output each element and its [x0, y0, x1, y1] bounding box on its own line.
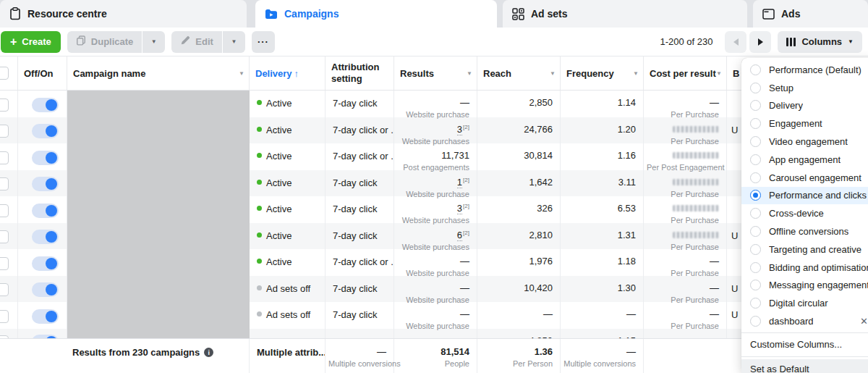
campaign-toggle[interactable] — [32, 151, 59, 165]
cost-value — [647, 150, 719, 161]
columns-preset-option[interactable]: Performance (Default) — [741, 61, 868, 79]
columns-preset-option[interactable]: Digital circular — [741, 294, 868, 312]
campaign-toggle[interactable] — [32, 204, 59, 218]
row-checkbox-cell — [0, 196, 18, 225]
attribution-column-header[interactable]: Attribution setting — [326, 56, 394, 90]
reach-value: 1,976 — [529, 256, 553, 267]
summary-attribution: Multiple attrib... — [250, 339, 326, 373]
next-page-button[interactable] — [749, 31, 771, 53]
row-checkbox-cell — [0, 276, 18, 304]
more-actions-button[interactable]: ··· — [252, 31, 275, 53]
results-value: — — [397, 282, 469, 293]
cost-value — [647, 230, 719, 240]
budget-value: U — [731, 283, 738, 294]
budget-value: U — [731, 125, 738, 135]
row-checkbox[interactable] — [0, 283, 9, 296]
tab-campaigns[interactable]: Campaigns — [255, 0, 497, 28]
delivery-status: Active — [266, 151, 292, 162]
reach-value: — — [543, 309, 553, 319]
previous-page-button[interactable] — [725, 31, 746, 53]
columns-preset-option[interactable]: Delivery — [741, 97, 868, 115]
summary-results: — Multiple conversions — [326, 339, 394, 373]
delivery-cell: Active — [250, 196, 326, 225]
delivery-status: Active — [266, 256, 292, 267]
attribution-setting-cell: 7-day click — [326, 223, 394, 251]
cost-per-result-column-header[interactable]: Cost per result ▼ — [644, 56, 727, 90]
tab-resource-centre[interactable]: Resource centre — [0, 0, 247, 28]
tab-ads[interactable]: Ads — [753, 0, 868, 28]
results-cell: 1[2] Website purchase — [394, 170, 477, 198]
edit-dropdown-button[interactable]: ▼ — [223, 31, 245, 53]
duplicate-button[interactable]: Duplicate — [67, 31, 142, 53]
frequency-cell: 1.15 — [561, 329, 644, 339]
columns-preset-option[interactable]: dashboard ✕ — [741, 312, 868, 330]
columns-preset-option[interactable]: Performance and clicks — [741, 187, 868, 205]
columns-preset-option[interactable]: Setup — [741, 79, 868, 97]
radio-icon — [750, 316, 761, 327]
radio-icon — [750, 298, 761, 309]
delivery-status: Ad sets off — [266, 309, 310, 320]
columns-preset-option[interactable]: Targeting and creative — [741, 240, 868, 259]
row-checkbox[interactable] — [0, 257, 9, 270]
row-checkbox[interactable] — [0, 204, 9, 217]
frequency-column-header[interactable]: Frequency ▼ — [561, 56, 644, 90]
cost-value: — — [647, 309, 719, 319]
columns-button[interactable]: Columns ▼ — [778, 31, 862, 53]
frequency-cell: 1.18 — [561, 249, 644, 277]
columns-preset-option[interactable]: Cross-device — [741, 204, 868, 222]
columns-preset-option[interactable]: Engagement — [741, 114, 868, 133]
info-icon[interactable]: i — [204, 348, 213, 357]
columns-label: Columns — [801, 36, 842, 47]
frequency-value: 1.31 — [618, 230, 636, 240]
preset-label: Performance (Default) — [769, 64, 861, 75]
columns-preset-option[interactable]: Carousel engagement — [741, 169, 868, 187]
select-all-checkbox[interactable] — [0, 67, 9, 80]
columns-preset-option[interactable]: Messaging engagement — [741, 277, 868, 295]
reach-column-header[interactable]: Reach ▼ — [477, 56, 561, 90]
campaign-toggle[interactable] — [32, 98, 59, 112]
row-checkbox[interactable] — [0, 230, 9, 243]
create-button[interactable]: + Create — [1, 31, 61, 53]
campaigns-toolbar: + Create Duplicate ▼ Edit ▼ — [0, 28, 868, 56]
reach-cell: — — [477, 302, 561, 330]
row-checkbox[interactable] — [0, 310, 9, 323]
edit-button[interactable]: Edit — [171, 31, 222, 53]
row-checkbox[interactable] — [0, 177, 9, 190]
row-checkbox[interactable] — [0, 99, 9, 112]
campaign-toggle[interactable] — [32, 309, 59, 324]
preset-label: Delivery — [769, 100, 803, 111]
frequency-value: 1.18 — [618, 256, 636, 267]
summary-reach: 81,514 People — [394, 339, 477, 373]
campaign-toggle[interactable] — [32, 177, 59, 191]
summary-cell: Results from 230 campaigns i — [0, 339, 250, 373]
tab-ad-sets[interactable]: Ad sets — [503, 0, 747, 28]
toolbar-right: 1-200 of 230 Columns ▼ — [660, 31, 868, 53]
preset-label: Bidding and optimisation — [769, 262, 868, 273]
preset-label: App engagement — [769, 154, 841, 165]
create-label: Create — [22, 36, 51, 47]
campaign-toggle[interactable] — [32, 282, 59, 297]
set-as-default-item[interactable]: Set as Default — [741, 359, 868, 373]
campaign-name-column-header[interactable]: Campaign name ▼ — [67, 56, 250, 90]
cost-per-result-cell: — Per Purchase — [644, 276, 727, 304]
results-column-header[interactable]: Results ▼ — [394, 56, 477, 90]
columns-preset-option[interactable]: App engagement — [741, 151, 868, 169]
customise-columns-item[interactable]: Customise Columns... — [741, 335, 868, 354]
radio-icon — [750, 208, 761, 219]
row-checkbox[interactable] — [0, 125, 9, 138]
columns-preset-option[interactable]: Bidding and optimisation — [741, 259, 868, 277]
columns-preset-option[interactable]: Offline conversions — [741, 222, 868, 240]
delivery-status-dot — [257, 285, 262, 290]
edit-button-group: Edit ▼ — [171, 31, 245, 53]
results-cell: 11,731 Post engagements — [394, 143, 477, 172]
delivery-column-header[interactable]: Delivery ↑ — [250, 56, 326, 90]
folder-icon — [265, 9, 278, 20]
campaign-toggle[interactable] — [32, 230, 59, 244]
campaign-toggle[interactable] — [32, 256, 59, 271]
columns-preset-option[interactable]: Video engagement — [741, 133, 868, 151]
off-on-cell — [18, 276, 67, 304]
remove-preset-icon[interactable]: ✕ — [860, 316, 868, 327]
campaign-toggle[interactable] — [32, 124, 59, 138]
row-checkbox[interactable] — [0, 151, 9, 164]
duplicate-dropdown-button[interactable]: ▼ — [142, 31, 165, 53]
